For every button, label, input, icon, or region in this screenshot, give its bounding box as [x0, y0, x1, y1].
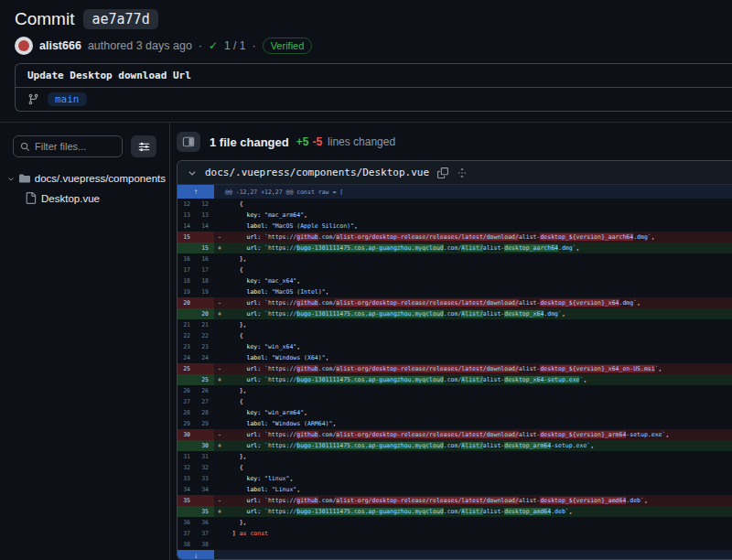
- new-line-number[interactable]: 37: [196, 528, 214, 539]
- sidebar-toggle-button[interactable]: [177, 132, 200, 152]
- old-line-number[interactable]: 25: [178, 363, 196, 374]
- collapse-file-button[interactable]: [188, 168, 197, 178]
- new-line-number[interactable]: 28: [196, 407, 214, 418]
- old-line-number[interactable]: 22: [178, 330, 196, 341]
- old-line-number[interactable]: 16: [178, 253, 196, 264]
- old-line-number[interactable]: 21: [178, 319, 196, 330]
- new-line-number[interactable]: 23: [196, 341, 214, 352]
- diff-marker: [214, 210, 225, 221]
- code-line: url: `https://bugo-1301111475.cos.ap-gua…: [225, 308, 732, 319]
- old-line-number[interactable]: 38: [178, 539, 196, 550]
- new-line-number[interactable]: [196, 429, 214, 440]
- new-line-number[interactable]: 27: [196, 396, 214, 407]
- branch-link[interactable]: main: [48, 92, 87, 106]
- diff-row: 3636 },: [178, 517, 732, 528]
- tree-options-button[interactable]: [131, 135, 156, 157]
- old-line-number[interactable]: 15: [178, 232, 196, 242]
- old-line-number[interactable]: 32: [178, 462, 196, 473]
- new-line-number[interactable]: 13: [196, 210, 214, 221]
- diff-marker: [214, 385, 225, 396]
- expand-up-button[interactable]: ↑: [178, 185, 214, 199]
- new-line-number[interactable]: 12: [196, 199, 214, 210]
- copy-path-button[interactable]: [437, 167, 448, 178]
- new-line-number[interactable]: [196, 297, 214, 308]
- old-line-number[interactable]: 13: [178, 210, 196, 221]
- code-line: url: `https://github.com/alist-org/deskt…: [225, 363, 732, 374]
- old-line-number[interactable]: 26: [178, 385, 196, 396]
- code-line: url: `https://github.com/alist-org/deskt…: [225, 429, 732, 440]
- diff-row: 35- url: `https://github.com/alist-org/d…: [178, 495, 732, 506]
- new-line-number[interactable]: [196, 363, 214, 374]
- tree-file-row[interactable]: Desktop.vue: [0, 188, 169, 208]
- old-line-number[interactable]: 29: [178, 418, 196, 429]
- old-line-number[interactable]: 19: [178, 286, 196, 297]
- code-line: },: [225, 451, 732, 462]
- new-line-number[interactable]: 14: [196, 221, 214, 232]
- diff-row: 1717 {: [178, 264, 732, 275]
- old-line-number[interactable]: 34: [178, 484, 196, 495]
- new-line-number[interactable]: 32: [196, 462, 214, 473]
- old-line-number[interactable]: 31: [178, 451, 196, 462]
- old-line-number[interactable]: [178, 440, 196, 451]
- old-line-number[interactable]: 30: [178, 429, 196, 440]
- old-line-number[interactable]: 24: [178, 352, 196, 363]
- new-line-number[interactable]: [196, 495, 214, 506]
- new-line-number[interactable]: 33: [196, 473, 214, 484]
- new-line-number[interactable]: 34: [196, 484, 214, 495]
- new-line-number[interactable]: 20: [196, 308, 214, 319]
- new-line-number[interactable]: 15: [196, 242, 214, 253]
- old-line-number[interactable]: 33: [178, 473, 196, 484]
- diff-row: 3838: [178, 539, 732, 550]
- old-line-number[interactable]: 14: [178, 221, 196, 232]
- checks-passed-icon[interactable]: ✓: [209, 39, 218, 52]
- diff-marker: [214, 517, 225, 528]
- tree-folder-row[interactable]: docs/.vuepress/components: [0, 168, 169, 188]
- new-line-number[interactable]: 17: [196, 264, 214, 275]
- new-line-number[interactable]: 22: [196, 330, 214, 341]
- new-line-number[interactable]: 36: [196, 517, 214, 528]
- old-line-number[interactable]: 35: [178, 495, 196, 506]
- diff-row: 2424 label: "Windows (X64)",: [178, 352, 732, 363]
- old-line-number[interactable]: 28: [178, 407, 196, 418]
- old-line-number[interactable]: 20: [178, 297, 196, 308]
- new-line-number[interactable]: 35: [196, 506, 214, 517]
- new-line-number[interactable]: 29: [196, 418, 214, 429]
- checks-count[interactable]: 1 / 1: [224, 39, 245, 52]
- search-icon: [20, 141, 30, 153]
- old-line-number[interactable]: [178, 308, 196, 319]
- old-line-number[interactable]: 36: [178, 517, 196, 528]
- expand-down-button[interactable]: ↓: [178, 550, 214, 560]
- deletions-count: -5: [312, 135, 322, 148]
- diff-marker: -: [214, 232, 225, 242]
- verified-badge[interactable]: Verified: [263, 38, 313, 54]
- new-line-number[interactable]: 30: [196, 440, 214, 451]
- old-line-number[interactable]: 23: [178, 341, 196, 352]
- new-line-number[interactable]: 18: [196, 275, 214, 286]
- new-line-number[interactable]: 25: [196, 374, 214, 385]
- diff-row: 25+ url: `https://bugo-1301111475.cos.ap…: [178, 374, 732, 385]
- new-line-number[interactable]: [196, 232, 214, 242]
- commit-message-box: Update Desktop download Url main: [15, 63, 732, 112]
- old-line-number[interactable]: 37: [178, 528, 196, 539]
- old-line-number[interactable]: [178, 242, 196, 253]
- old-line-number[interactable]: 17: [178, 264, 196, 275]
- old-line-number[interactable]: [178, 506, 196, 517]
- new-line-number[interactable]: 16: [196, 253, 214, 264]
- new-line-number[interactable]: 31: [196, 451, 214, 462]
- new-line-number[interactable]: 19: [196, 286, 214, 297]
- old-line-number[interactable]: 12: [178, 199, 196, 210]
- new-line-number[interactable]: 26: [196, 385, 214, 396]
- expand-all-button[interactable]: [457, 167, 468, 178]
- old-line-number[interactable]: [178, 374, 196, 385]
- diff-panel: docs/.vuepress/components/Desktop.vue ↑ …: [177, 160, 732, 560]
- new-line-number[interactable]: 24: [196, 352, 214, 363]
- new-line-number[interactable]: 21: [196, 319, 214, 330]
- author-link[interactable]: alist666: [39, 39, 81, 52]
- avatar[interactable]: [15, 37, 33, 55]
- old-line-number[interactable]: 18: [178, 275, 196, 286]
- diff-row: 2323 key: "win_x64",: [178, 341, 732, 352]
- old-line-number[interactable]: 27: [178, 396, 196, 407]
- new-line-number[interactable]: 38: [196, 539, 214, 550]
- filter-files-input[interactable]: [35, 141, 115, 152]
- code-line: label: "Linux",: [225, 484, 732, 495]
